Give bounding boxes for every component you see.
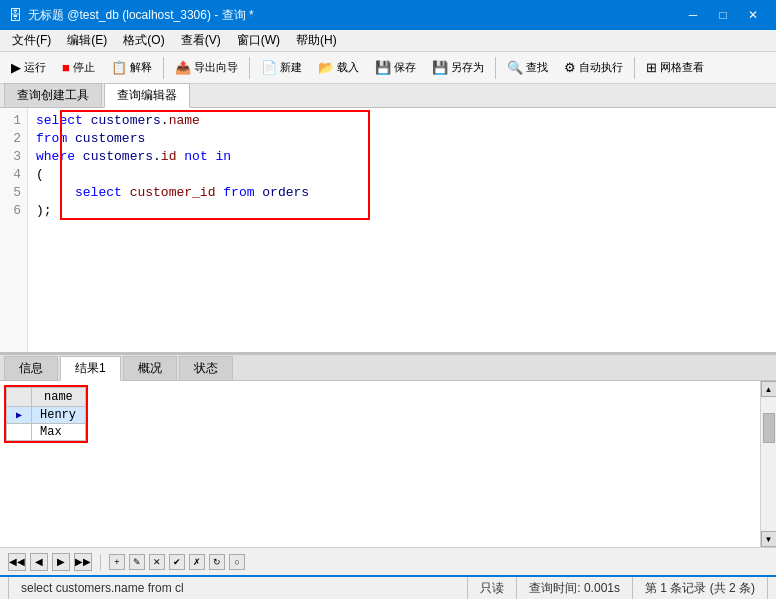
scroll-thumb[interactable] [763,413,775,443]
main-area: 1 2 3 4 5 6 select customers.name from c… [0,108,776,575]
new-icon: 📄 [261,60,277,75]
close-button[interactable]: ✕ [738,0,768,30]
row-indicator: ▶ [7,407,32,424]
nav-prev-button[interactable]: ◀ [30,553,48,571]
editor-content[interactable]: select customers.name from customers whe… [28,108,776,352]
menu-edit[interactable]: 编辑(E) [59,30,115,51]
menu-window[interactable]: 窗口(W) [229,30,288,51]
export-icon: 📤 [175,60,191,75]
run-label: 运行 [24,60,46,75]
nav-clear-button[interactable]: ○ [229,554,245,570]
run-icon: ▶ [11,60,21,75]
nav-add-button[interactable]: + [109,554,125,570]
grid-view-icon: ⊞ [646,60,657,75]
col-header-name: name [32,388,86,407]
result-table-area: name ▶ Henry Max [0,381,760,547]
explain-button[interactable]: 📋 解释 [104,56,159,79]
save-as-button[interactable]: 💾 另存为 [425,56,491,79]
toolbar-divider-3 [495,57,496,79]
load-button[interactable]: 📂 载入 [311,56,366,79]
results-area: 信息 结果1 概况 状态 name [0,355,776,575]
table-row[interactable]: Max [7,424,86,441]
tab-query-builder[interactable]: 查询创建工具 [4,83,102,107]
find-icon: 🔍 [507,60,523,75]
save-as-icon: 💾 [432,60,448,75]
nav-first-button[interactable]: ◀◀ [8,553,26,571]
line-numbers: 1 2 3 4 5 6 [0,108,28,352]
result-scrollbar[interactable]: ▲ ▼ [760,381,776,547]
find-button[interactable]: 🔍 查找 [500,56,555,79]
title-bar: 🗄 无标题 @test_db (localhost_3306) - 查询 * ─… [0,0,776,30]
code-line-2: from customers [36,130,768,148]
maximize-button[interactable]: □ [708,0,738,30]
status-records: 第 1 条记录 (共 2 条) [633,577,768,599]
status-bar: select customers.name from cl 只读 查询时间: 0… [0,575,776,599]
save-icon: 💾 [375,60,391,75]
stop-icon: ■ [62,60,70,75]
nav-refresh-button[interactable]: ↻ [209,554,225,570]
auto-run-label: 自动执行 [579,60,623,75]
grid-view-button[interactable]: ⊞ 网格查看 [639,56,711,79]
result-tab-bar: 信息 结果1 概况 状态 [0,355,776,381]
nav-cancel-row-button[interactable]: ✗ [189,554,205,570]
nav-bar: ◀◀ ◀ ▶ ▶▶ + ✎ ✕ ✔ ✗ ↻ ○ [0,547,776,575]
nav-edit-button[interactable]: ✎ [129,554,145,570]
find-label: 查找 [526,60,548,75]
auto-run-icon: ⚙ [564,60,576,75]
code-line-3: where customers.id not in [36,148,768,166]
grid-view-label: 网格查看 [660,60,704,75]
result-content: name ▶ Henry Max [0,381,776,547]
tab-status[interactable]: 状态 [179,356,233,380]
tab-overview[interactable]: 概况 [123,356,177,380]
scroll-down-arrow[interactable]: ▼ [761,531,777,547]
new-label: 新建 [280,60,302,75]
code-line-4: ( [36,166,768,184]
explain-icon: 📋 [111,60,127,75]
menu-view[interactable]: 查看(V) [173,30,229,51]
nav-separator [100,554,101,570]
nav-delete-button[interactable]: ✕ [149,554,165,570]
cell-henry: Henry [32,407,86,424]
nav-last-button[interactable]: ▶▶ [74,553,92,571]
save-as-label: 另存为 [451,60,484,75]
status-readonly: 只读 [468,577,517,599]
status-query-text: select customers.name from cl [8,577,468,599]
tab-info[interactable]: 信息 [4,356,58,380]
cell-max: Max [32,424,86,441]
toolbar: ▶ 运行 ■ 停止 📋 解释 📤 导出向导 📄 新建 📂 载入 💾 保存 💾 另… [0,52,776,84]
menu-bar: 文件(F) 编辑(E) 格式(O) 查看(V) 窗口(W) 帮助(H) [0,30,776,52]
tab-result1[interactable]: 结果1 [60,356,121,381]
stop-label: 停止 [73,60,95,75]
explain-label: 解释 [130,60,152,75]
toolbar-divider-1 [163,57,164,79]
window-title: 无标题 @test_db (localhost_3306) - 查询 * [28,7,678,24]
scroll-up-arrow[interactable]: ▲ [761,381,777,397]
minimize-button[interactable]: ─ [678,0,708,30]
save-label: 保存 [394,60,416,75]
load-icon: 📂 [318,60,334,75]
code-line-1: select customers.name [36,112,768,130]
toolbar-divider-4 [634,57,635,79]
result-table: name ▶ Henry Max [6,387,86,441]
save-button[interactable]: 💾 保存 [368,56,423,79]
auto-run-button[interactable]: ⚙ 自动执行 [557,56,630,79]
code-line-6: ); [36,202,768,220]
export-label: 导出向导 [194,60,238,75]
nav-save-row-button[interactable]: ✔ [169,554,185,570]
nav-next-button[interactable]: ▶ [52,553,70,571]
editor-area: 1 2 3 4 5 6 select customers.name from c… [0,108,776,355]
menu-help[interactable]: 帮助(H) [288,30,345,51]
export-button[interactable]: 📤 导出向导 [168,56,245,79]
menu-file[interactable]: 文件(F) [4,30,59,51]
load-label: 载入 [337,60,359,75]
code-line-5: select customer_id from orders [36,184,768,202]
row-indicator [7,424,32,441]
menu-format[interactable]: 格式(O) [115,30,172,51]
tab-query-editor[interactable]: 查询编辑器 [104,83,190,108]
run-button[interactable]: ▶ 运行 [4,56,53,79]
title-controls: ─ □ ✕ [678,0,768,30]
new-button[interactable]: 📄 新建 [254,56,309,79]
status-query-time: 查询时间: 0.001s [517,577,633,599]
table-row[interactable]: ▶ Henry [7,407,86,424]
stop-button[interactable]: ■ 停止 [55,56,102,79]
